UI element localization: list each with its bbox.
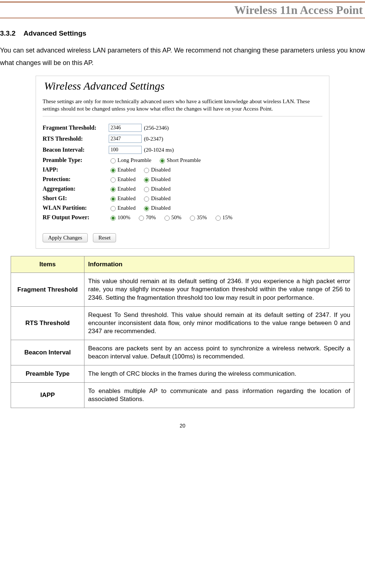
radio-label: Disabled bbox=[151, 205, 170, 211]
radio-label: Disabled bbox=[151, 186, 170, 192]
radio-input[interactable] bbox=[190, 216, 195, 221]
radio-option[interactable]: Disabled bbox=[142, 186, 170, 192]
radio-option[interactable]: Disabled bbox=[142, 167, 170, 173]
information-table: Items Information Fragment ThresholdThis… bbox=[11, 256, 354, 408]
apply-changes-button[interactable]: Apply Changes bbox=[43, 233, 88, 242]
table-header-items: Items bbox=[11, 256, 84, 273]
radio-label: Enabled bbox=[118, 205, 135, 211]
radio-group: EnabledDisabled bbox=[109, 195, 175, 202]
radio-option[interactable]: 100% bbox=[109, 214, 130, 221]
reset-button[interactable]: Reset bbox=[93, 233, 116, 242]
screenshot-description: These settings are only for more technic… bbox=[43, 96, 322, 116]
section-number: 3.3.2 bbox=[0, 29, 17, 37]
form-row: IAPP:EnabledDisabled bbox=[43, 165, 322, 174]
form-row: Aggregation:EnabledDisabled bbox=[43, 184, 322, 194]
table-header-information: Information bbox=[84, 256, 354, 273]
table-item-cell: RTS Threshold bbox=[11, 306, 84, 340]
radio-option[interactable]: 70% bbox=[137, 214, 156, 221]
radio-input[interactable] bbox=[111, 177, 116, 183]
table-row: Preamble TypeThe length of CRC blocks in… bbox=[11, 365, 354, 383]
radio-input[interactable] bbox=[165, 216, 170, 221]
form-label: Fragment Threshold: bbox=[43, 125, 109, 131]
text-input[interactable] bbox=[109, 146, 142, 154]
radio-option[interactable]: Enabled bbox=[109, 167, 135, 173]
radio-input[interactable] bbox=[111, 168, 116, 173]
form-label: Aggregation: bbox=[43, 185, 109, 192]
form-row: Fragment Threshold:(256-2346) bbox=[43, 122, 322, 133]
radio-option[interactable]: Enabled bbox=[109, 205, 135, 211]
radio-label: Long Preamble bbox=[118, 157, 151, 163]
radio-input[interactable] bbox=[160, 158, 165, 163]
radio-option[interactable]: Disabled bbox=[142, 195, 170, 202]
radio-input[interactable] bbox=[144, 187, 149, 192]
form-row: Beacon Interval:(20-1024 ms) bbox=[43, 144, 322, 155]
radio-input[interactable] bbox=[111, 187, 116, 192]
table-row: Fragment ThresholdThis value should rema… bbox=[11, 273, 354, 306]
table-info-cell: This value should remain at its default … bbox=[84, 273, 354, 306]
section-title: Advanced Settings bbox=[24, 29, 86, 37]
section-heading: 3.3.2 Advanced Settings bbox=[0, 29, 365, 37]
radio-option[interactable]: Disabled bbox=[142, 205, 170, 211]
radio-group: EnabledDisabled bbox=[109, 176, 175, 183]
radio-label: Enabled bbox=[118, 167, 135, 173]
settings-screenshot: Wireless Advanced Settings These setting… bbox=[36, 76, 329, 249]
table-info-cell: Request To Send threshold. This value sh… bbox=[84, 306, 354, 340]
form-label: Short GI: bbox=[43, 195, 109, 202]
radio-input[interactable] bbox=[111, 196, 116, 202]
text-input[interactable] bbox=[109, 135, 142, 143]
range-hint: (20-1024 ms) bbox=[144, 147, 174, 153]
radio-group: EnabledDisabled bbox=[109, 205, 175, 211]
form-row: WLAN Partition:EnabledDisabled bbox=[43, 203, 322, 213]
table-item-cell: IAPP bbox=[11, 383, 84, 408]
table-row: IAPPTo enables multiple AP to communicat… bbox=[11, 383, 354, 408]
radio-input[interactable] bbox=[144, 168, 149, 173]
radio-option[interactable]: 15% bbox=[214, 214, 233, 221]
form-label: RF Output Power: bbox=[43, 214, 109, 221]
radio-label: 35% bbox=[197, 214, 207, 221]
form-label: Protection: bbox=[43, 176, 109, 183]
radio-group: EnabledDisabled bbox=[109, 186, 175, 192]
radio-label: 15% bbox=[223, 214, 233, 221]
radio-option[interactable]: Disabled bbox=[142, 176, 170, 183]
radio-input[interactable] bbox=[139, 216, 144, 221]
radio-input[interactable] bbox=[144, 177, 149, 183]
form-label: RTS Threshold: bbox=[43, 136, 109, 142]
radio-option[interactable]: Enabled bbox=[109, 176, 135, 183]
radio-label: Disabled bbox=[151, 176, 170, 183]
text-input[interactable] bbox=[109, 124, 142, 132]
radio-input[interactable] bbox=[144, 206, 149, 211]
form-row: RTS Threshold:(0-2347) bbox=[43, 133, 322, 144]
radio-label: Disabled bbox=[151, 167, 170, 173]
radio-label: Enabled bbox=[118, 186, 135, 192]
range-hint: (0-2347) bbox=[144, 136, 163, 142]
radio-label: 50% bbox=[171, 214, 182, 221]
radio-input[interactable] bbox=[111, 216, 116, 221]
radio-option[interactable]: Enabled bbox=[109, 186, 135, 192]
table-item-cell: Fragment Threshold bbox=[11, 273, 84, 306]
radio-label: 100% bbox=[118, 214, 130, 221]
radio-input[interactable] bbox=[144, 196, 149, 202]
radio-input[interactable] bbox=[216, 216, 221, 221]
section-intro: You can set advanced wireless LAN parame… bbox=[0, 44, 365, 69]
radio-input[interactable] bbox=[111, 158, 116, 163]
range-hint: (256-2346) bbox=[144, 125, 169, 131]
table-item-cell: Preamble Type bbox=[11, 365, 84, 383]
form-label: WLAN Partition: bbox=[43, 205, 109, 211]
radio-label: Disabled bbox=[151, 195, 170, 202]
table-info-cell: The length of CRC blocks in the frames d… bbox=[84, 365, 354, 383]
radio-option[interactable]: Enabled bbox=[109, 195, 135, 202]
radio-option[interactable]: 35% bbox=[188, 214, 207, 221]
form-label: Preamble Type: bbox=[43, 157, 109, 163]
form-row: Preamble Type:Long PreambleShort Preambl… bbox=[43, 155, 322, 165]
radio-option[interactable]: Long Preamble bbox=[109, 157, 151, 163]
radio-option[interactable]: Short Preamble bbox=[158, 157, 201, 163]
radio-option[interactable]: 50% bbox=[163, 214, 182, 221]
form-label: Beacon Interval: bbox=[43, 147, 109, 153]
form-row: Protection:EnabledDisabled bbox=[43, 174, 322, 184]
radio-input[interactable] bbox=[111, 206, 116, 211]
table-info-cell: To enables multiple AP to communicate an… bbox=[84, 383, 354, 408]
radio-label: Enabled bbox=[118, 195, 135, 202]
radio-group: Long PreambleShort Preamble bbox=[109, 157, 205, 163]
page-number: 20 bbox=[0, 423, 365, 429]
screenshot-title: Wireless Advanced Settings bbox=[44, 80, 322, 92]
